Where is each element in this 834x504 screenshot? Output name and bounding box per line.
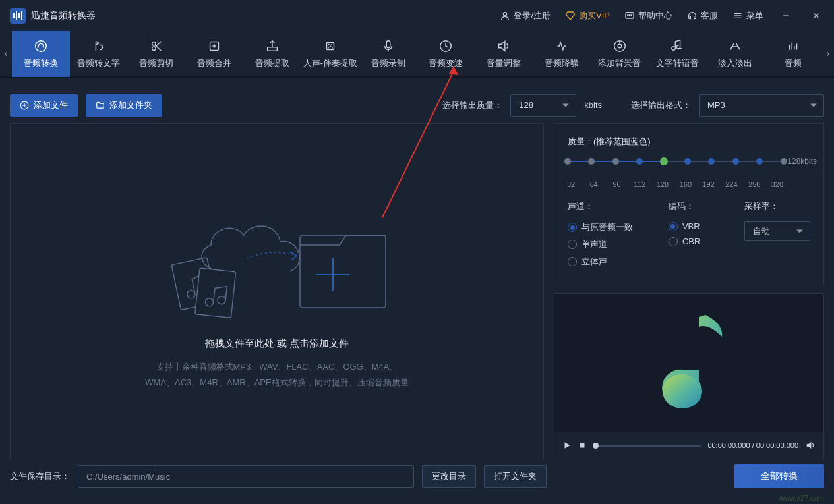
tick-label: 64 — [587, 181, 601, 188]
tool-item-7[interactable]: 音频变速 — [417, 31, 475, 77]
svg-rect-51 — [580, 443, 585, 448]
svg-point-4 — [631, 15, 632, 16]
tool-label: 音频降噪 — [545, 57, 579, 69]
radio-label: 单声道 — [581, 238, 607, 250]
add-file-label: 添加文件 — [34, 99, 68, 111]
format-select[interactable]: MP3 — [699, 94, 824, 117]
action-bar: 添加文件 添加文件夹 选择输出质量： 128 kbits 选择输出格式： MP3 — [0, 87, 834, 123]
quality-slider[interactable]: 128kbits — [568, 157, 810, 177]
folder-icon — [96, 101, 105, 110]
tool-icon-4 — [265, 39, 280, 53]
time-display: 00:00:00.000 / 00:00:00.000 — [707, 441, 798, 449]
close-button[interactable] — [808, 8, 824, 24]
tool-label: 音频剪切 — [139, 57, 173, 69]
svg-point-0 — [504, 13, 507, 16]
progress-bar[interactable] — [593, 445, 701, 447]
titlebar: 迅捷音频转换器 登录/注册 购买VIP 帮助中心 客服 菜单 — [0, 0, 834, 32]
service-link[interactable]: 客服 — [687, 10, 718, 22]
scroll-left-button[interactable] — [0, 31, 12, 77]
play-button[interactable] — [562, 441, 572, 450]
tool-item-12[interactable]: 淡入淡出 — [706, 31, 764, 77]
svg-point-3 — [629, 15, 630, 16]
slider-ticks: 326496112128160192224256320 — [568, 181, 810, 188]
svg-point-24 — [618, 44, 622, 48]
tool-icon-3 — [207, 39, 222, 53]
tool-item-9[interactable]: 音频降噪 — [533, 31, 591, 77]
convert-all-button[interactable]: 全部转换 — [734, 464, 824, 488]
path-input[interactable]: C:/Users/admin/Music — [78, 465, 414, 488]
tool-label: 人声-伴奏提取 — [303, 57, 357, 69]
headset-icon — [687, 11, 698, 21]
bottom-bar: 文件保存目录： C:/Users/admin/Music 更改目录 打开文件夹 … — [0, 457, 834, 495]
channel-radio-0[interactable]: 与原音频一致 — [568, 221, 649, 233]
plus-circle-icon — [20, 101, 29, 110]
tool-item-2[interactable]: 音频剪切 — [128, 31, 186, 77]
tool-item-6[interactable]: 音频录制 — [359, 31, 417, 77]
channel-radio-1[interactable]: 单声道 — [568, 238, 649, 250]
tool-icon-10 — [612, 39, 627, 53]
player-controls: 00:00:00.000 / 00:00:00.000 — [554, 432, 823, 459]
sample-select[interactable]: 自动 — [744, 221, 810, 241]
format-value: MP3 — [707, 100, 725, 110]
tick-label: 112 — [633, 181, 646, 188]
quality-value: 128 — [519, 100, 533, 110]
vip-link[interactable]: 购买VIP — [565, 10, 610, 22]
add-folder-button[interactable]: 添加文件夹 — [86, 94, 162, 117]
change-dir-button[interactable]: 更改目录 — [422, 465, 476, 488]
svg-point-11 — [36, 41, 47, 52]
tool-item-5[interactable]: 人声-伴奏提取 — [301, 31, 359, 77]
svg-rect-43 — [195, 268, 236, 318]
encode-radio-1[interactable]: CBR — [669, 237, 725, 246]
quality-title: 质量：(推荐范围蓝色) — [568, 136, 810, 148]
tool-icon-2 — [149, 39, 164, 53]
tool-item-1[interactable]: 音频转文字 — [70, 31, 128, 77]
menu-label: 菜单 — [746, 10, 763, 22]
radio-icon — [568, 240, 577, 249]
settings-box: 质量：(推荐范围蓝色) 128kbits 3264961121281601922… — [554, 123, 824, 285]
path-value: C:/Users/admin/Music — [86, 472, 170, 482]
help-link[interactable]: 帮助中心 — [624, 10, 672, 22]
tick-label: 256 — [748, 181, 761, 188]
tool-item-10[interactable]: 添加背景音 — [591, 31, 649, 77]
add-folder-label: 添加文件夹 — [109, 99, 152, 111]
tool-item-3[interactable]: 音频合并 — [185, 31, 243, 77]
tool-item-13[interactable]: 音频 — [764, 31, 822, 77]
drop-main-text: 拖拽文件至此处 或 点击添加文件 — [205, 337, 349, 350]
add-file-button[interactable]: 添加文件 — [10, 94, 78, 117]
tool-item-0[interactable]: 音频转换 — [12, 31, 70, 77]
stop-button[interactable] — [578, 441, 586, 449]
radio-icon — [568, 223, 577, 232]
tick-label: 32 — [564, 181, 578, 188]
preview-visual — [554, 294, 823, 432]
channel-title: 声道： — [568, 200, 649, 212]
sample-title: 采样率： — [744, 200, 810, 212]
drop-zone[interactable]: 拖拽文件至此处 或 点击添加文件 支持十余种音频格式MP3、WAV、FLAC、A… — [10, 123, 544, 459]
scroll-right-button[interactable] — [822, 31, 834, 77]
menu-link[interactable]: 菜单 — [732, 10, 763, 22]
tick-label: 160 — [679, 181, 692, 188]
tool-label: 音频录制 — [371, 57, 405, 69]
channel-radio-2[interactable]: 立体声 — [568, 256, 649, 267]
svg-rect-19 — [268, 47, 278, 51]
quality-label: 选择输出质量： — [442, 99, 502, 111]
tool-label: 音频转换 — [24, 57, 58, 69]
encode-radio-0[interactable]: VBR — [669, 221, 725, 231]
open-dir-button[interactable]: 打开文件夹 — [484, 465, 547, 488]
tool-item-4[interactable]: 音频提取 — [243, 31, 301, 77]
tick-label: 320 — [771, 181, 784, 188]
preview-box: 00:00:00.000 / 00:00:00.000 — [554, 293, 824, 459]
minimize-button[interactable] — [778, 8, 794, 24]
tool-icon-5 — [323, 39, 338, 53]
volume-button[interactable] — [805, 440, 816, 451]
tool-label: 音频转文字 — [77, 57, 120, 69]
tool-icon-7 — [438, 39, 453, 53]
tool-label: 淡入淡出 — [718, 57, 752, 69]
login-link[interactable]: 登录/注册 — [500, 10, 551, 22]
tool-item-8[interactable]: 音量调整 — [475, 31, 533, 77]
quality-select[interactable]: 128 — [510, 94, 576, 117]
tool-item-11[interactable]: 文字转语音 — [649, 31, 707, 77]
tool-icon-0 — [34, 39, 48, 53]
main-area: 拖拽文件至此处 或 点击添加文件 支持十余种音频格式MP3、WAV、FLAC、A… — [0, 123, 834, 459]
tool-icon-1 — [92, 39, 106, 53]
quality-current: 128kbits — [787, 157, 817, 166]
